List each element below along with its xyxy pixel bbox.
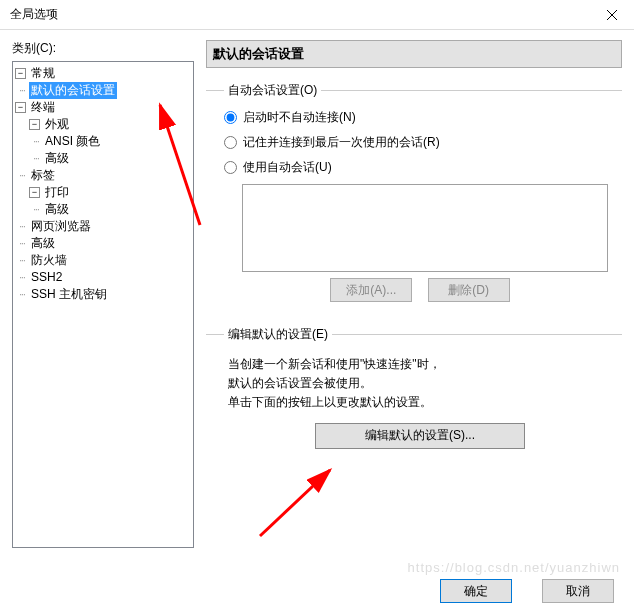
radio-input[interactable] — [224, 136, 237, 149]
radio-input[interactable] — [224, 161, 237, 174]
watermark: https://blog.csdn.net/yuanzhiwn — [408, 560, 620, 575]
tree-node-ssh-hostkey[interactable]: ···SSH 主机密钥 — [15, 286, 191, 303]
tree-node-ansi-color[interactable]: ···ANSI 颜色 — [15, 133, 191, 150]
tree-node-web-browser[interactable]: ···网页浏览器 — [15, 218, 191, 235]
group-edit-default: 编辑默认的设置(E) 当创建一个新会话和使用"快速连接"时， 默认的会话设置会被… — [206, 326, 622, 455]
tree-node-general[interactable]: −常规 — [15, 65, 191, 82]
radio-no-auto-connect[interactable]: 启动时不自动连接(N) — [224, 109, 616, 126]
collapse-icon[interactable]: − — [29, 187, 40, 198]
group-auto-session: 自动会话设置(O) 启动时不自动连接(N) 记住并连接到最后一次使用的会话(R)… — [206, 82, 622, 308]
tree-node-terminal[interactable]: −终端 — [15, 99, 191, 116]
delete-button: 删除(D) — [428, 278, 510, 302]
radio-remember-last[interactable]: 记住并连接到最后一次使用的会话(R) — [224, 134, 616, 151]
radio-use-auto-session[interactable]: 使用自动会话(U) — [224, 159, 616, 176]
radio-input[interactable] — [224, 111, 237, 124]
tree-node-print-advanced[interactable]: ···高级 — [15, 201, 191, 218]
tree-node-advanced-1[interactable]: ···高级 — [15, 150, 191, 167]
group-edit-legend: 编辑默认的设置(E) — [224, 326, 332, 343]
add-button: 添加(A)... — [330, 278, 412, 302]
tree-node-ssh2[interactable]: ···SSH2 — [15, 269, 191, 286]
window-title: 全局选项 — [10, 6, 58, 23]
titlebar: 全局选项 — [0, 0, 634, 30]
edit-default-settings-button[interactable]: 编辑默认的设置(S)... — [315, 423, 525, 449]
close-icon — [607, 10, 617, 20]
tree-node-advanced-2[interactable]: ···高级 — [15, 235, 191, 252]
tree-node-tabs[interactable]: ···标签 — [15, 167, 191, 184]
group-auto-legend: 自动会话设置(O) — [224, 82, 321, 99]
tree-node-appearance[interactable]: −外观 — [15, 116, 191, 133]
tree-node-firewall[interactable]: ···防火墙 — [15, 252, 191, 269]
session-listbox[interactable] — [242, 184, 608, 272]
dialog-footer: 确定 取消 — [434, 579, 620, 603]
cancel-button[interactable]: 取消 — [542, 579, 614, 603]
edit-description: 当创建一个新会话和使用"快速连接"时， 默认的会话设置会被使用。 单击下面的按钮… — [224, 353, 616, 423]
collapse-icon[interactable]: − — [29, 119, 40, 130]
category-label: 类别(C): — [12, 40, 194, 57]
category-tree[interactable]: −常规 ···默认的会话设置 −终端 −外观 ···ANSI 颜色 ···高级 — [12, 61, 194, 548]
collapse-icon[interactable]: − — [15, 102, 26, 113]
panel-heading: 默认的会话设置 — [206, 40, 622, 68]
collapse-icon[interactable]: − — [15, 68, 26, 79]
tree-node-default-session[interactable]: ···默认的会话设置 — [15, 82, 191, 99]
close-button[interactable] — [589, 0, 634, 30]
tree-node-print[interactable]: −打印 — [15, 184, 191, 201]
ok-button[interactable]: 确定 — [440, 579, 512, 603]
